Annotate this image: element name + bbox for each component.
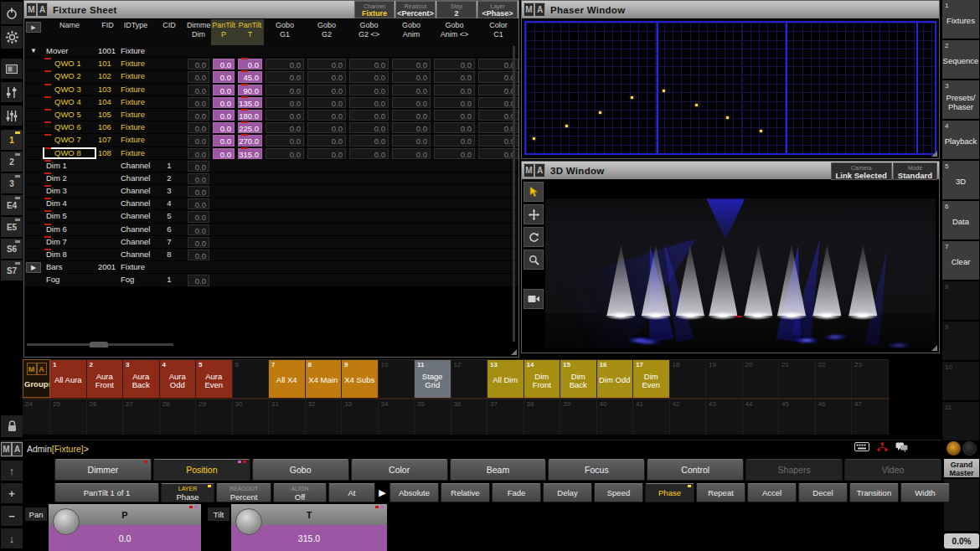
group-18[interactable]: 18 [670, 359, 707, 398]
view-button-2[interactable]: 2 [1, 152, 23, 173]
cell-p[interactable]: 0.0 [211, 147, 236, 159]
cell-dim[interactable]: 0.0 [186, 147, 211, 159]
group-6[interactable]: 6 [233, 359, 270, 398]
phaser-titlebar[interactable]: MA Phaser Window [522, 1, 939, 18]
cell-p[interactable] [211, 185, 236, 197]
cell-cid[interactable]: 1 [152, 160, 186, 172]
button-speed[interactable]: Speed [594, 483, 643, 502]
cell-g2[interactable]: 0.0 [306, 58, 348, 70]
cell-cid[interactable] [152, 58, 186, 70]
horizontal-scrollbar-thumb[interactable] [90, 342, 108, 348]
group-28[interactable]: 28 [160, 399, 197, 435]
cell-fid[interactable]: 2001 [96, 261, 119, 273]
sidebar-view-presets-phaser[interactable]: 3Presets/ Phaser [942, 80, 979, 121]
cell-g2[interactable]: 0.0 [306, 70, 348, 82]
cell-g1[interactable] [264, 160, 306, 172]
cell-name[interactable]: Dim 1 [43, 160, 96, 172]
resize-handle[interactable] [511, 349, 517, 355]
cell-g1[interactable] [264, 236, 306, 248]
cell-fid[interactable] [96, 236, 119, 248]
power-button[interactable] [1, 2, 23, 25]
cell-cid[interactable] [152, 70, 186, 82]
cell-t[interactable] [236, 45, 264, 57]
cell-g1[interactable] [264, 185, 306, 197]
column-header-arrow[interactable]: ▶ [24, 19, 43, 45]
cell-idtype[interactable]: Fixture [119, 70, 152, 82]
cell-anims[interactable] [432, 261, 477, 273]
cell-name[interactable]: Dim 6 [43, 224, 96, 235]
button-percent[interactable]: READOUTPercent [216, 483, 271, 502]
cell-dim[interactable]: 0.0 [186, 185, 211, 197]
cell-anims[interactable] [432, 224, 477, 235]
sidebar-view-data[interactable]: 6Data [942, 201, 979, 241]
sidebar-view-3d[interactable]: 53D [942, 161, 979, 201]
group-12[interactable]: 12 [451, 359, 488, 398]
cell-g2s[interactable] [348, 210, 390, 222]
cell-cid[interactable]: 2 [152, 173, 186, 184]
cell-name[interactable]: Dim 3 [43, 185, 96, 197]
group-dim-back[interactable]: 15Dim Back [560, 359, 597, 398]
cell-t[interactable] [236, 160, 264, 172]
cell-p[interactable]: 0.0 [211, 70, 236, 82]
cell-g2[interactable]: 0.0 [306, 84, 348, 95]
group-27[interactable]: 27 [123, 399, 160, 435]
encoder-knob[interactable] [53, 508, 80, 535]
fixture-row-qwo-2[interactable]: QWO 2102Fixture0.00.045.00.00.00.00.00.0… [24, 70, 518, 83]
keyboard-icon[interactable] [854, 442, 869, 451]
cell-name[interactable]: QWO 4 [43, 96, 96, 108]
cell-idtype[interactable]: Fixture [119, 96, 152, 108]
cell-cid[interactable]: 8 [152, 249, 186, 260]
cell-g2s[interactable] [348, 274, 390, 286]
cell-g2[interactable] [306, 210, 348, 222]
encoder-toolbar-expand-arrow[interactable]: ▶ [377, 483, 388, 502]
cell-p[interactable] [211, 224, 236, 235]
sheet-option-readout[interactable]: Readout<Percent> [395, 1, 436, 18]
sidebar-view-10[interactable]: 10 [942, 362, 979, 402]
row-expand-arrow[interactable] [24, 210, 43, 222]
cell-anim[interactable]: 0.0 [390, 96, 432, 108]
cell-name[interactable]: QWO 1 [43, 58, 96, 70]
cell-g1[interactable]: 0.0 [264, 147, 306, 159]
cell-g2s[interactable]: 0.0 [348, 70, 390, 82]
cell-idtype[interactable]: Fixture [119, 121, 152, 133]
groups-pool-title[interactable]: MAGroups [23, 359, 50, 398]
cell-dim[interactable]: 0.0 [186, 70, 211, 82]
group-10[interactable]: 10 [379, 359, 415, 398]
chat-icon[interactable] [895, 442, 908, 452]
cell-name[interactable]: Fog [43, 274, 96, 286]
camera-tool-button[interactable] [524, 289, 544, 309]
encoder-pan[interactable]: P0.0 [49, 504, 201, 551]
sidebar-view-sequence[interactable]: 2Sequence [942, 40, 979, 80]
cell-cid[interactable] [152, 84, 186, 95]
row-expand-arrow[interactable] [24, 58, 43, 70]
row-expand-arrow[interactable] [24, 274, 43, 286]
group-33[interactable]: 33 [342, 399, 379, 435]
group-40[interactable]: 40 [597, 399, 634, 435]
grand-master-value[interactable]: 0.0% [944, 533, 979, 548]
cell-name[interactable]: QWO 5 [43, 109, 96, 121]
cell-dim[interactable]: 0.0 [186, 58, 211, 70]
cell-name[interactable]: Dim 8 [43, 249, 96, 260]
resize-handle[interactable] [931, 151, 937, 157]
command-line[interactable]: Admin[Fixture]> [23, 440, 941, 457]
cell-fid[interactable]: 104 [96, 96, 119, 108]
cell-g1[interactable]: 0.0 [264, 134, 306, 146]
button-absolute[interactable]: Absolute [389, 483, 439, 502]
cell-idtype[interactable]: Channel [119, 160, 152, 172]
column-header-fid[interactable]: FID [96, 19, 119, 45]
cell-p[interactable] [211, 173, 236, 184]
row-expand-arrow[interactable] [24, 173, 43, 184]
cell-anims[interactable]: 0.0 [432, 121, 477, 133]
cell-fid[interactable] [96, 160, 119, 172]
group-35[interactable]: 35 [415, 399, 451, 435]
group-21[interactable]: 21 [779, 359, 816, 398]
cell-anim[interactable]: 0.0 [390, 70, 432, 82]
cell-anims[interactable] [432, 185, 477, 197]
cell-idtype[interactable]: Channel [119, 224, 152, 235]
group-all-x4[interactable]: 7All X4 [269, 359, 306, 398]
cell-g2[interactable]: 0.0 [306, 121, 348, 133]
view-button-3[interactable]: 3 [1, 173, 23, 194]
cell-name[interactable]: Dim 2 [43, 173, 96, 184]
3d-titlebar[interactable]: MA 3D Window Camera Link Selected Mode S… [522, 162, 939, 179]
cell-g1[interactable]: 0.0 [264, 96, 306, 108]
